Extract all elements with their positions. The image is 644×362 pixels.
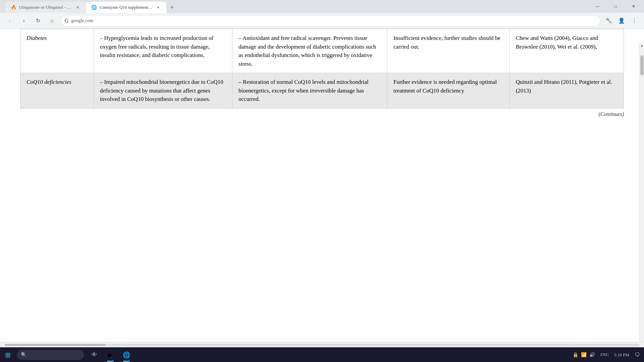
- tab-1[interactable]: 🔥 Ubiquinone or Ubiquinol - does... ✕: [5, 2, 86, 13]
- refs-coq10: Quinzii and Hirano (2011), Potgieter et …: [516, 79, 612, 94]
- h-scroll-track: [5, 344, 639, 346]
- maximize-button[interactable]: □: [608, 0, 623, 13]
- forward-button[interactable]: ›: [18, 15, 30, 26]
- chrome-icon: 🌐: [123, 351, 130, 359]
- tab2-favicon: 🌐: [91, 5, 97, 10]
- h-scroll-thumb[interactable]: [5, 344, 105, 346]
- condition-cell-coq10: CoQ10 deficiencies: [20, 73, 94, 109]
- toolbar-right: 🔧 👤 ⋮: [603, 15, 640, 26]
- tab1-close[interactable]: ✕: [75, 4, 80, 10]
- references-cell: Chew and Watts (2004), Giacco and Brownl…: [509, 29, 624, 73]
- google-icon: G: [65, 18, 69, 24]
- home-button[interactable]: ⌂: [46, 15, 58, 26]
- reload-button[interactable]: ↻: [32, 15, 44, 26]
- language-indicator: ENG: [600, 352, 609, 357]
- mechanism-diabetes: – Hyperglycemia leads to increased produ…: [100, 35, 214, 58]
- taskbar-right: 🔒 📶 🔊 ENG 5:18 PM 🗨: [569, 352, 644, 358]
- search-icon: 🔍: [21, 352, 26, 358]
- windows-taskbar: ⊞ 🔍 👁 ▶ 🌐 🔒 📶 🔊 ENG 5:18 PM 🗨: [0, 347, 644, 362]
- taskbar-media-player[interactable]: ▶: [103, 348, 118, 362]
- clock: 5:18 PM: [614, 352, 629, 358]
- mechanism-cell: – Hyperglycemia leads to increased produ…: [94, 29, 232, 73]
- browser-toolbar: ‹ › ↻ ⌂ G google.com 🔧 👤 ⋮: [0, 13, 644, 29]
- mechanism-coq10: – Impaired mitochondrial bioenergetics d…: [100, 79, 223, 102]
- mechanism-cell-coq10: – Impaired mitochondrial bioenergetics d…: [94, 73, 232, 109]
- condition-diabetes: Diabetes: [26, 35, 47, 41]
- horizontal-scrollbar[interactable]: [0, 342, 644, 347]
- cortana-icon: 👁: [91, 351, 97, 358]
- taskbar-chrome[interactable]: 🌐: [119, 348, 134, 362]
- effect-cell: – Antioxidant and free radical scavenger…: [232, 29, 387, 73]
- page-content: Diabetes – Hyperglycemia leads to increa…: [0, 29, 644, 335]
- taskbar-cortana[interactable]: 👁: [87, 348, 102, 362]
- windows-icon: ⊞: [5, 351, 11, 359]
- vertical-scrollbar[interactable]: ▲ ▼: [639, 42, 644, 347]
- tab-bar: 🔥 Ubiquinone or Ubiquinol - does... ✕ 🌐 …: [3, 0, 588, 13]
- title-bar: 🔥 Ubiquinone or Ubiquinol - does... ✕ 🌐 …: [0, 0, 644, 13]
- continues-label: (Continues): [20, 109, 624, 120]
- address-bar[interactable]: G google.com: [60, 15, 600, 26]
- condition-cell: Diabetes: [20, 29, 94, 73]
- extensions-button[interactable]: 🔧: [603, 15, 614, 26]
- window-controls: ─ □ ✕: [590, 0, 641, 13]
- effect-coq10: – Restoration of normal CoQ10 levels and…: [238, 79, 369, 102]
- effect-diabetes: – Antioxidant and free radical scavenger…: [238, 35, 376, 67]
- volume-icon: 🔊: [589, 352, 595, 358]
- tab1-favicon: 🔥: [11, 5, 16, 10]
- back-button[interactable]: ‹: [4, 15, 15, 26]
- start-button[interactable]: ⊞: [0, 348, 15, 362]
- condition-coq10: CoQ10 deficiencies: [26, 79, 71, 85]
- evidence-diabetes: Insufficient evidence, further studies s…: [393, 35, 500, 50]
- references-cell-coq10: Quinzii and Hirano (2011), Potgieter et …: [509, 73, 624, 109]
- taskbar-icons: 👁 ▶ 🌐: [87, 348, 134, 362]
- close-button[interactable]: ✕: [626, 0, 641, 13]
- minimize-button[interactable]: ─: [590, 0, 605, 13]
- profile-button[interactable]: 👤: [616, 15, 627, 26]
- scroll-thumb[interactable]: [640, 55, 644, 75]
- media-icon: ▶: [108, 351, 113, 359]
- document-table: Diabetes – Hyperglycemia leads to increa…: [20, 29, 624, 109]
- tab2-title: Coenzyme Q10 supplementatio...: [100, 5, 153, 10]
- refs-diabetes: Chew and Watts (2004), Giacco and Brownl…: [516, 35, 598, 50]
- table-row: CoQ10 deficiencies – Impaired mitochondr…: [20, 73, 624, 109]
- effect-cell-coq10: – Restoration of normal CoQ10 levels and…: [232, 73, 387, 109]
- new-tab-button[interactable]: +: [166, 2, 178, 13]
- notification-button[interactable]: 🗨: [635, 352, 640, 358]
- tab2-close[interactable]: ✕: [156, 4, 161, 10]
- lock-icon: 🔒: [573, 352, 578, 358]
- taskbar-search[interactable]: 🔍: [17, 350, 84, 360]
- tab-2[interactable]: 🌐 Coenzyme Q10 supplementatio... ✕: [86, 2, 166, 13]
- menu-button[interactable]: ⋮: [629, 15, 640, 26]
- scroll-up-button[interactable]: ▲: [639, 42, 644, 49]
- time-display: 5:18 PM: [614, 352, 629, 358]
- tab1-title: Ubiquinone or Ubiquinol - does...: [19, 5, 72, 10]
- address-text: google.com: [71, 18, 94, 23]
- evidence-coq10: Further evidence is needed regarding opt…: [393, 79, 497, 94]
- table-row: Diabetes – Hyperglycemia leads to increa…: [20, 29, 624, 73]
- network-icon: 📶: [581, 352, 587, 358]
- evidence-cell: Insufficient evidence, further studies s…: [387, 29, 509, 73]
- evidence-cell-coq10: Further evidence is needed regarding opt…: [387, 73, 509, 109]
- system-tray: 🔒 📶 🔊: [573, 352, 595, 358]
- continues-text: (Continues): [598, 111, 624, 117]
